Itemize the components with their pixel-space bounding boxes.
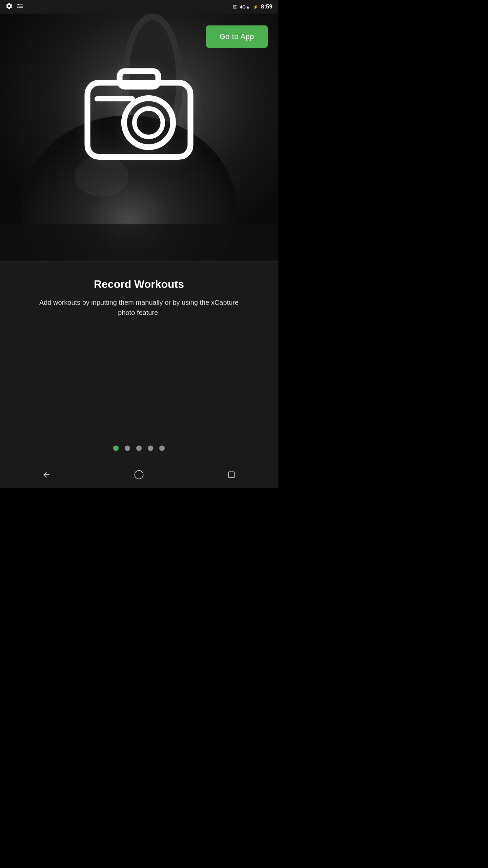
section-description: Add workouts by inputting them manually … [20,297,258,318]
status-bar: ⯴ 4G▲ ⚡ 8:59 [0,0,278,14]
home-button[interactable] [129,465,149,485]
pagination-dot-1[interactable] [113,446,119,451]
pagination-dot-2[interactable] [125,446,130,451]
status-time: 8:59 [261,3,272,10]
pagination-dot-3[interactable] [136,446,142,451]
section-title: Record Workouts [94,278,184,291]
go-to-app-button[interactable]: Go to App [206,25,268,48]
status-bar-left [5,2,24,11]
pagination-dot-5[interactable] [159,446,165,451]
bluetooth-icon: ⯴ [232,4,237,9]
signal-icon: 4G▲ [240,4,250,9]
pagination-dots [0,446,278,451]
svg-rect-8 [0,231,278,261]
svg-rect-15 [229,472,235,477]
svg-point-12 [124,98,173,147]
recent-apps-button[interactable] [221,465,242,485]
camera-icon-container [68,44,210,173]
back-button[interactable] [36,465,57,485]
svg-point-13 [135,108,163,137]
checklist-icon[interactable] [16,2,24,11]
navigation-bar [0,461,278,488]
content-section: Record Workouts Add workouts by inputtin… [0,261,278,461]
pagination-dot-4[interactable] [148,446,153,451]
settings-icon[interactable] [5,2,13,11]
status-bar-right: ⯴ 4G▲ ⚡ 8:59 [232,3,272,10]
camera-icon [75,44,203,173]
section-divider [0,261,278,261]
svg-rect-10 [120,71,158,87]
svg-point-14 [135,471,143,479]
battery-icon: ⚡ [253,4,258,9]
